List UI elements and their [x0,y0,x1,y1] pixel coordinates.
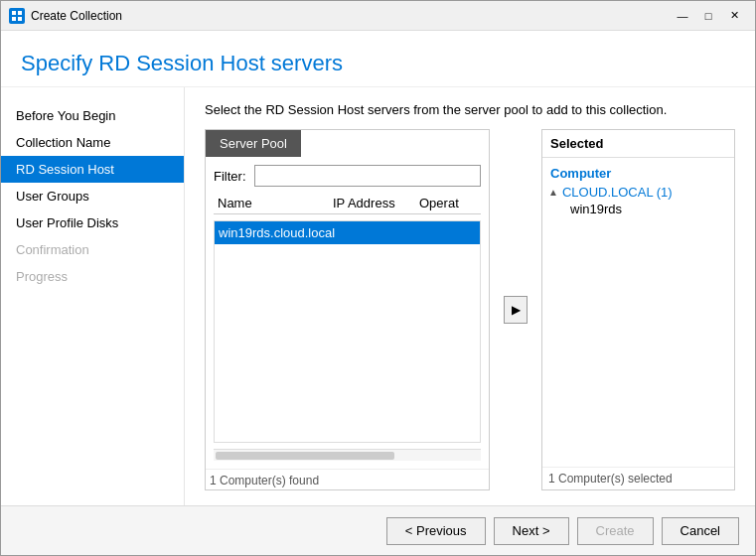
row-name: win19rds.cloud.local [219,225,335,240]
right-content: Select the RD Session Host servers from … [185,87,755,505]
sidebar-item-confirmation: Confirmation [1,236,184,263]
scroll-thumb [216,452,394,460]
main-area: Before You Begin Collection Name RD Sess… [1,87,755,505]
add-to-selected-button[interactable]: ▶ [504,296,528,324]
col-ip: IP Address [333,196,419,210]
svg-rect-3 [18,17,22,21]
tree-arrow-icon: ▲ [548,187,558,198]
tree-item: ▲ CLOUD.LOCAL (1) win19rds [548,183,728,216]
server-pool-tab[interactable]: Server Pool [206,130,301,157]
row-os [419,225,476,240]
window-title: Create Collection [31,9,670,23]
selected-header: Selected [542,130,734,158]
sidebar-item-user-profile-disks[interactable]: User Profile Disks [1,209,184,236]
filter-input[interactable] [254,165,482,187]
instruction-text: Select the RD Session Host servers from … [205,102,735,117]
selected-panel: Selected Computer ▲ CLOUD.LOCAL (1) win1… [541,129,735,490]
bottom-bar: < Previous Next > Create Cancel [1,505,755,555]
page-header: Specify RD Session Host servers [1,31,755,87]
previous-button[interactable]: < Previous [386,517,486,545]
server-pool-footer: 1 Computer(s) found [206,469,489,489]
tree-group-label: CLOUD.LOCAL (1) [562,185,673,200]
sidebar-item-progress: Progress [1,263,184,290]
panels-row: Server Pool Filter: Name IP Address Oper… [205,129,735,490]
cancel-button[interactable]: Cancel [662,517,739,545]
window: Create Collection — □ ✕ Specify RD Sessi… [0,0,756,556]
sidebar-item-before-you-begin[interactable]: Before You Begin [1,102,184,129]
sidebar: Before You Begin Collection Name RD Sess… [1,87,185,505]
maximize-button[interactable]: □ [695,3,721,29]
create-button[interactable]: Create [577,517,654,545]
col-os: Operat [419,196,477,210]
table-row[interactable]: win19rds.cloud.local [215,221,480,244]
svg-rect-2 [12,17,16,21]
computer-column-label: Computer [548,164,728,183]
next-button[interactable]: Next > [494,517,569,545]
sidebar-item-rd-session-host[interactable]: RD Session Host [1,156,184,183]
content-area: Specify RD Session Host servers Before Y… [1,31,755,555]
filter-row: Filter: [214,165,481,187]
close-button[interactable]: ✕ [721,3,747,29]
filter-label: Filter: [214,169,246,184]
scroll-bar[interactable] [214,449,481,461]
page-title: Specify RD Session Host servers [21,51,735,76]
sidebar-item-collection-name[interactable]: Collection Name [1,129,184,156]
table-header: Name IP Address Operat [214,193,481,214]
table-body: win19rds.cloud.local [214,220,481,443]
window-controls: — □ ✕ [670,3,747,29]
sidebar-item-user-groups[interactable]: User Groups [1,183,184,209]
selected-body: Computer ▲ CLOUD.LOCAL (1) win19rds [542,158,734,467]
arrow-button-container: ▶ [502,129,529,490]
server-pool-panel: Server Pool Filter: Name IP Address Oper… [205,129,490,490]
svg-rect-1 [18,11,22,15]
col-name: Name [218,196,333,210]
title-bar: Create Collection — □ ✕ [1,1,755,31]
row-ip [335,225,419,240]
minimize-button[interactable]: — [670,3,695,29]
server-pool-body: Filter: Name IP Address Operat win19rds. [206,157,489,469]
app-icon [9,8,25,24]
tree-group: ▲ CLOUD.LOCAL (1) [548,183,728,202]
tree-child: win19rds [548,202,728,216]
selected-footer: 1 Computer(s) selected [542,467,734,489]
svg-rect-0 [12,11,16,15]
